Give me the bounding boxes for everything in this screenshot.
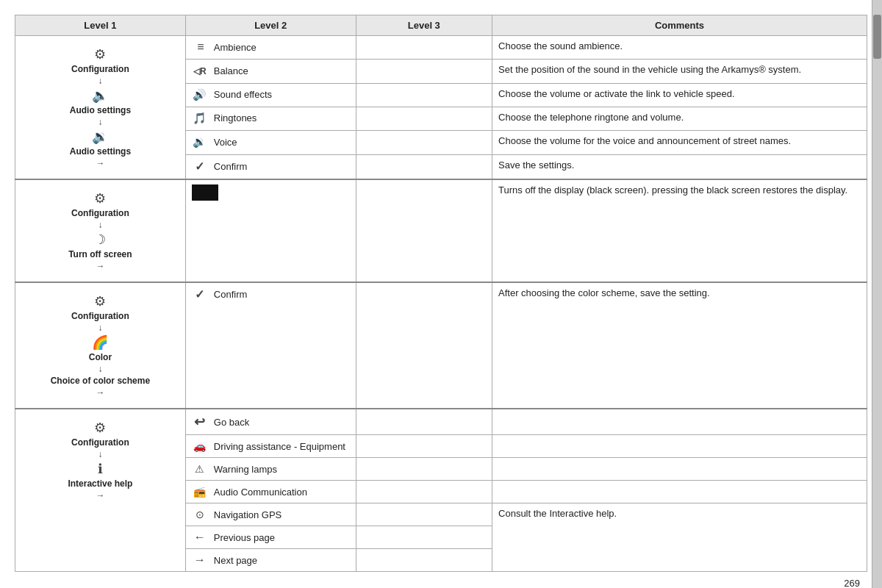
last-arrow-icon: → xyxy=(96,387,104,398)
section-label-0: Configuration xyxy=(71,437,129,448)
section-icon-1: ☽ xyxy=(94,232,106,248)
section-label-1: Turn off screen xyxy=(68,249,132,259)
level3-cell xyxy=(356,60,492,83)
level1-cell-turnoff: ⚙Configuration↓☽Turn off screen→ xyxy=(15,179,186,282)
section-label-0: Configuration xyxy=(71,311,129,321)
level2-cell: ⊙ Navigation GPS xyxy=(185,503,356,526)
level2-icon: ← xyxy=(192,531,208,544)
level2-icon: ✓ xyxy=(192,159,208,173)
level3-cell xyxy=(356,458,492,481)
level2-cell: 📻 Audio Communication xyxy=(185,481,356,503)
arrow-icon-2: ↓ xyxy=(98,364,102,374)
last-arrow-icon: → xyxy=(96,158,104,168)
level3-cell xyxy=(356,131,492,154)
section-label-0: Configuration xyxy=(71,64,129,74)
level2-icon: 📻 xyxy=(192,485,208,498)
level3-cell xyxy=(356,435,492,458)
level3-cell xyxy=(356,481,492,503)
level1-cell-color: ⚙Configuration↓🌈Color↓Choice of color sc… xyxy=(15,282,186,409)
comments-cell xyxy=(492,481,867,503)
level2-cell: ◁R Balance xyxy=(185,60,356,83)
level2-cell: 🔊 Sound effects xyxy=(185,83,356,107)
level2-row-content: → Next page xyxy=(192,553,350,567)
level2-row-content: ◁R Balance xyxy=(192,64,350,77)
level2-cell: ↩ Go back xyxy=(185,409,356,435)
level2-label: Navigation GPS xyxy=(214,509,282,520)
section-icon-0: ⚙ xyxy=(94,190,106,207)
level2-icon: → xyxy=(192,553,208,567)
level2-label: Confirm xyxy=(214,161,248,172)
scrollbar[interactable] xyxy=(872,0,882,588)
comments-cell xyxy=(492,435,867,458)
level3-cell xyxy=(356,154,492,179)
section-icon-1: 🌈 xyxy=(92,334,108,351)
level2-cell: 🚗 Driving assistance - Equipment xyxy=(185,435,356,458)
level2-row-content: 🔉 Voice xyxy=(192,135,350,148)
level3-cell xyxy=(356,36,492,60)
scrollbar-thumb[interactable] xyxy=(873,15,881,59)
level2-cell: ≡ Ambience xyxy=(185,36,356,60)
level2-row-content: ✓ Confirm xyxy=(192,159,350,173)
level2-row-content: 🚗 Driving assistance - Equipment xyxy=(192,440,350,453)
header-comments: Comments xyxy=(492,15,867,36)
level2-row-content: ⚠ Warning lamps xyxy=(192,462,350,476)
section-label-1: Audio settings xyxy=(70,105,131,115)
level2-cell: → Next page xyxy=(185,549,356,572)
level2-row-content: ⊙ Navigation GPS xyxy=(192,508,350,521)
section-icon-0: ⚙ xyxy=(94,46,106,62)
comments-cell: Choose the telephone ringtone and volume… xyxy=(492,107,867,130)
level2-row-content: 📻 Audio Communication xyxy=(192,485,350,498)
level3-cell xyxy=(356,179,492,282)
level2-label: Previous page xyxy=(214,532,275,543)
arrow-icon-1: ↓ xyxy=(98,220,102,230)
level2-label: Audio Communication xyxy=(214,487,307,498)
comments-cell: Save the settings. xyxy=(492,154,867,179)
section-label-0: Configuration xyxy=(71,208,129,218)
level2-row-content: 🔊 Sound effects xyxy=(192,88,350,101)
section-label-1: Color xyxy=(89,352,112,362)
level2-icon: 🎵 xyxy=(192,112,208,125)
header-level1: Level 1 xyxy=(15,15,186,36)
comments-cell: Set the position of the sound in the veh… xyxy=(492,60,867,83)
level2-label: Warning lamps xyxy=(214,464,277,475)
level2-cell: ⚠ Warning lamps xyxy=(185,458,356,481)
level3-cell xyxy=(356,409,492,435)
level2-icon: 🔊 xyxy=(192,88,208,101)
level1-cell-audio: ⚙Configuration↓🔈Audio settings↓🔉Audio se… xyxy=(15,36,186,180)
level2-icon: 🚗 xyxy=(192,440,208,453)
level2-cell: 🔉 Voice xyxy=(185,131,356,154)
arrow-icon-1: ↓ xyxy=(98,449,102,459)
level2-icon: ✓ xyxy=(192,287,208,301)
arrow-icon-1: ↓ xyxy=(98,76,102,86)
level2-label: Sound effects xyxy=(214,89,272,100)
level3-cell xyxy=(356,526,492,549)
header-level3: Level 3 xyxy=(356,15,492,36)
level2-label: Balance xyxy=(214,65,248,76)
level2-icon: ⚠ xyxy=(192,462,208,476)
level2-label: Next page xyxy=(214,555,257,566)
section-label-2: Choice of color scheme xyxy=(51,376,150,386)
section-label-2: Audio settings xyxy=(70,146,131,157)
arrow-icon-2: ↓ xyxy=(98,117,102,127)
section-icon-2: 🔉 xyxy=(92,129,108,145)
level2-row-content: ✓ Confirm xyxy=(192,287,350,301)
comments-cell: Choose the sound ambience. xyxy=(492,36,867,60)
last-arrow-icon: → xyxy=(96,261,104,271)
level2-label: Driving assistance - Equipment xyxy=(214,441,345,452)
page-number: 269 xyxy=(15,578,867,588)
last-arrow-icon: → xyxy=(96,490,104,501)
level2-icon: ↩ xyxy=(192,414,208,430)
comments-cell xyxy=(492,458,867,481)
level2-cell xyxy=(185,179,356,282)
comments-cell: Consult the Interactive help. xyxy=(492,503,867,572)
level2-label: Ambience xyxy=(214,42,257,53)
level2-icon: 🔉 xyxy=(192,135,208,148)
level2-row-content xyxy=(192,184,350,204)
level2-label: Go back xyxy=(214,417,249,428)
section-icon-1: ℹ xyxy=(98,461,103,477)
section-icon-0: ⚙ xyxy=(94,420,106,436)
section-icon-0: ⚙ xyxy=(94,293,106,309)
level2-icon: ⊙ xyxy=(192,508,208,521)
level3-cell xyxy=(356,503,492,526)
comments-cell: Choose the volume for the voice and anno… xyxy=(492,131,867,154)
